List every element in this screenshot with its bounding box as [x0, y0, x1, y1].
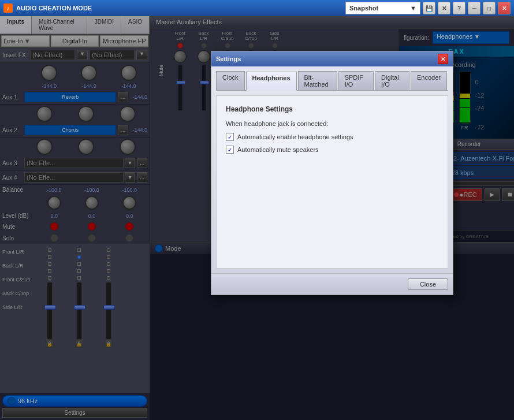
app-wrapper: ♪ AUDIO CREATION MODE Snapshot ▼ 💾 ✕ ? ─…	[0, 0, 514, 420]
title-bar: ♪ AUDIO CREATION MODE Snapshot ▼ 💾 ✕ ? ─…	[0, 0, 514, 16]
help-button[interactable]: ?	[453, 2, 465, 14]
checkbox2[interactable]	[226, 146, 234, 154]
tab-bit-matched[interactable]: Bit-Matched	[298, 71, 337, 90]
tab-headphones[interactable]: Headphones	[246, 72, 297, 91]
checkbox2-row: Automatically mute speakers	[226, 146, 438, 154]
checkbox1[interactable]	[226, 133, 234, 141]
maximize-button[interactable]: □	[483, 2, 496, 14]
checkbox1-row: Automatically enable headphone settings	[226, 133, 438, 141]
snapshot-dropdown[interactable]: Snapshot ▼	[345, 2, 420, 14]
dialog-close-btn[interactable]: ✕	[438, 54, 448, 64]
dialog-title: Settings	[216, 55, 241, 62]
dialog-close-button[interactable]: Close	[408, 278, 448, 290]
tab-digital-io[interactable]: Digital I/O	[375, 71, 409, 90]
close-button[interactable]: ✕	[498, 2, 511, 14]
app-title: AUDIO CREATION MODE	[16, 5, 345, 12]
tab-clock[interactable]: Clock	[216, 71, 245, 90]
checkbox1-label: Automatically enable headphone settings	[237, 133, 353, 140]
delete-button[interactable]: ✕	[438, 2, 450, 14]
app-icon: ♪	[3, 3, 13, 13]
dialog-overlay: Settings ✕ Clock Headphones Bit-Matched …	[0, 16, 514, 420]
headphone-settings-title: Headphone Settings	[226, 105, 438, 113]
dialog-footer: Close	[211, 273, 453, 295]
dialog-titlebar: Settings ✕	[211, 51, 453, 66]
settings-dialog: Settings ✕ Clock Headphones Bit-Matched …	[211, 51, 453, 295]
minimize-button[interactable]: ─	[468, 2, 481, 14]
headphone-settings-subtitle: When headphone jack is connected:	[226, 120, 438, 127]
tab-spdif-io[interactable]: SPDIF I/O	[338, 71, 374, 90]
dialog-content: Clock Headphones Bit-Matched SPDIF I/O D…	[211, 66, 453, 273]
title-controls: Snapshot ▼ 💾 ✕ ? ─ □ ✕	[345, 2, 511, 14]
tab-encoder[interactable]: Encoder	[411, 71, 447, 90]
dialog-body: Headphone Settings When headphone jack i…	[216, 95, 448, 269]
checkbox2-label: Automatically mute speakers	[237, 146, 319, 153]
save-button[interactable]: 💾	[423, 2, 435, 14]
dialog-tabs: Clock Headphones Bit-Matched SPDIF I/O D…	[216, 71, 448, 91]
